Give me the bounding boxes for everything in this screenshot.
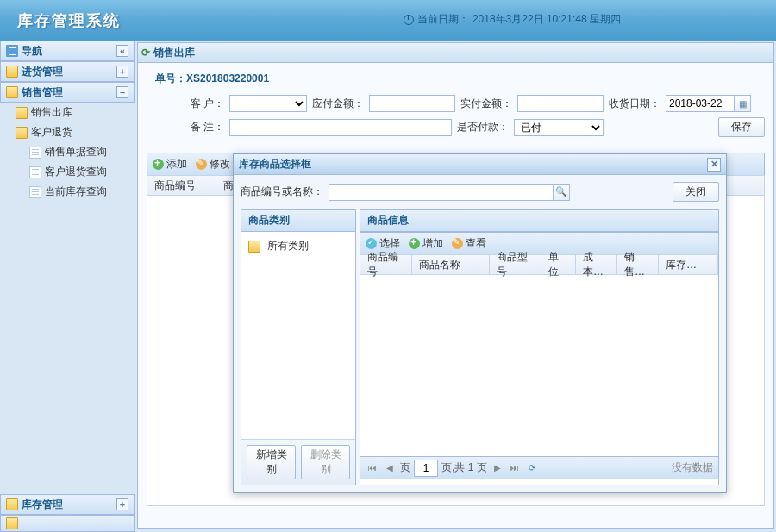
sidebar: 导航 « 进货管理 + 销售管理 – 销售出库 客户退货 销售单据查询 客户退货… — [0, 41, 135, 532]
pager-next-button[interactable]: ▶ — [491, 461, 504, 475]
product-grid-header: 商品编号 商品名称 商品型号 单位 成本… 销售… 库存… — [360, 254, 718, 275]
paid-flag-select[interactable]: 已付 — [514, 119, 604, 136]
remark-input[interactable] — [229, 119, 452, 136]
amount-due-input[interactable] — [369, 95, 455, 112]
collapse-icon[interactable]: « — [116, 45, 128, 57]
product-panel-title: 商品信息 — [360, 210, 718, 232]
pager-page-input[interactable] — [414, 460, 438, 477]
folder-icon — [6, 517, 18, 529]
clock-icon — [404, 15, 414, 25]
grid-col[interactable]: 商品名称 — [412, 255, 490, 274]
folder-icon — [248, 241, 260, 253]
grid-col[interactable]: 商品编号 — [147, 176, 216, 195]
customer-label: 客 户： — [172, 97, 224, 111]
amount-paid-input[interactable] — [517, 95, 604, 112]
new-category-button[interactable]: 新增类别 — [247, 445, 296, 479]
add-icon — [409, 238, 420, 249]
refresh-icon: ⟳ — [141, 47, 150, 59]
current-date: 当前日期： 2018年3月22日 10:21:48 星期四 — [404, 12, 621, 27]
view-icon — [452, 238, 463, 249]
date-value: 2018年3月22日 10:21:48 星期四 — [472, 12, 621, 27]
delete-category-button[interactable]: 删除类别 — [301, 445, 350, 479]
page-icon — [29, 147, 41, 159]
grid-col[interactable]: 商品型号 — [490, 255, 541, 274]
search-label: 商品编号或名称： — [241, 185, 323, 199]
page-icon — [29, 186, 41, 198]
pager-first-button[interactable]: ⏮ — [366, 461, 379, 475]
sidebar-item-sales-out[interactable]: 销售出库 — [0, 103, 135, 122]
sidebar-item-label: 客户退货查询 — [45, 165, 107, 179]
order-number: 单号：XS201803220001 — [147, 72, 765, 86]
folder-icon — [16, 107, 28, 119]
expand-icon[interactable]: + — [116, 498, 128, 510]
sidebar-item-return-query[interactable]: 客户退货查询 — [0, 162, 135, 182]
product-grid-body — [360, 275, 718, 456]
sidebar-item-sales-query[interactable]: 销售单据查询 — [0, 142, 135, 162]
sidebar-section-purchase[interactable]: 进货管理 + — [0, 61, 135, 82]
amount-paid-label: 实付金额： — [460, 97, 512, 111]
pager-total-label: 页,共 1 页 — [441, 460, 487, 475]
sidebar-item-label: 销售出库 — [31, 105, 72, 120]
category-panel-title: 商品类别 — [241, 210, 355, 232]
receive-date-label: 收货日期： — [609, 97, 660, 111]
toolbar-view-button[interactable]: 查看 — [452, 236, 486, 251]
dialog-close-btn2[interactable]: 关闭 — [673, 182, 719, 202]
category-tree-root[interactable]: 所有类别 — [247, 237, 350, 255]
amount-due-label: 应付金额： — [312, 97, 364, 111]
toolbar-add-button[interactable]: 添加 — [153, 157, 187, 172]
toolbar-add-product-button[interactable]: 增加 — [409, 236, 443, 251]
tree-root-label: 所有类别 — [267, 239, 309, 253]
pager-last-button[interactable]: ⏭ — [508, 461, 522, 475]
sidebar-item-customer-return[interactable]: 客户退货 — [0, 122, 135, 142]
folder-icon — [6, 86, 18, 98]
section-title: 进货管理 — [22, 65, 63, 79]
section-title: 库存管理 — [22, 498, 63, 512]
search-button[interactable]: 🔍 — [553, 184, 570, 201]
pager-no-data: 没有数据 — [672, 460, 713, 475]
grid-col[interactable]: 商品编号 — [360, 255, 412, 274]
tab-sales-out[interactable]: ⟳ 销售出库 — [141, 46, 195, 60]
grid-col[interactable]: 单位 — [541, 255, 576, 274]
customer-select[interactable] — [229, 95, 307, 112]
tab-label: 销售出库 — [153, 46, 195, 60]
remark-label: 备 注： — [172, 120, 224, 135]
expand-icon[interactable]: + — [116, 66, 128, 78]
nav-title: 导航 — [22, 44, 42, 59]
grid-col[interactable]: 成本… — [576, 255, 617, 274]
tab-bar: ⟳ 销售出库 — [137, 42, 774, 63]
toolbar-select-button[interactable]: 选择 — [366, 236, 400, 251]
toolbar-edit-button[interactable]: 修改 — [196, 157, 230, 172]
grid-col[interactable]: 库存… — [659, 255, 718, 274]
page-icon — [29, 166, 41, 178]
category-panel: 商品类别 所有类别 新增类别 删除类别 — [241, 209, 356, 485]
select-icon — [366, 238, 377, 249]
nav-icon — [6, 45, 18, 57]
calendar-icon[interactable]: ▦ — [734, 95, 751, 112]
sidebar-section-sales[interactable]: 销售管理 – — [0, 82, 135, 103]
sidebar-section-inventory[interactable]: 库存管理 + — [0, 494, 135, 515]
product-toolbar: 选择 增加 查看 — [360, 232, 718, 254]
sidebar-item-label: 销售单据查询 — [45, 145, 107, 160]
product-search-input[interactable] — [329, 184, 553, 201]
sidebar-item-stock-query[interactable]: 当前库存查询 — [0, 182, 135, 202]
dialog-close-button[interactable]: ✕ — [707, 158, 721, 172]
pager-page-label: 页 — [400, 460, 410, 475]
edit-icon — [196, 159, 207, 170]
sidebar-nav-header[interactable]: 导航 « — [0, 41, 135, 61]
add-icon — [153, 159, 164, 170]
save-button[interactable]: 保存 — [718, 117, 765, 137]
grid-col[interactable]: 销售… — [617, 255, 659, 274]
product-info-panel: 商品信息 选择 增加 查看 商品编号 商品名称 商品型号 单位 成本… 销售… … — [360, 209, 719, 485]
receive-date-input[interactable] — [666, 95, 735, 112]
pager-prev-button[interactable]: ◀ — [383, 461, 397, 475]
sidebar-section-extra[interactable] — [0, 515, 135, 532]
pager: ⏮ ◀ 页 页,共 1 页 ▶ ⏭ ⟳ 没有数据 — [360, 456, 718, 479]
dialog-title-text: 库存商品选择框 — [239, 157, 311, 172]
pager-refresh-button[interactable]: ⟳ — [525, 461, 539, 475]
app-title: 库存管理系统 — [17, 10, 121, 31]
sidebar-item-label: 当前库存查询 — [45, 185, 107, 199]
collapse-icon[interactable]: – — [116, 86, 128, 98]
sidebar-item-label: 客户退货 — [31, 125, 72, 140]
dialog-titlebar[interactable]: 库存商品选择框 ✕ — [234, 154, 726, 175]
product-select-dialog: 库存商品选择框 ✕ 商品编号或名称： 🔍 关闭 商品类别 所有类别 — [233, 153, 727, 493]
